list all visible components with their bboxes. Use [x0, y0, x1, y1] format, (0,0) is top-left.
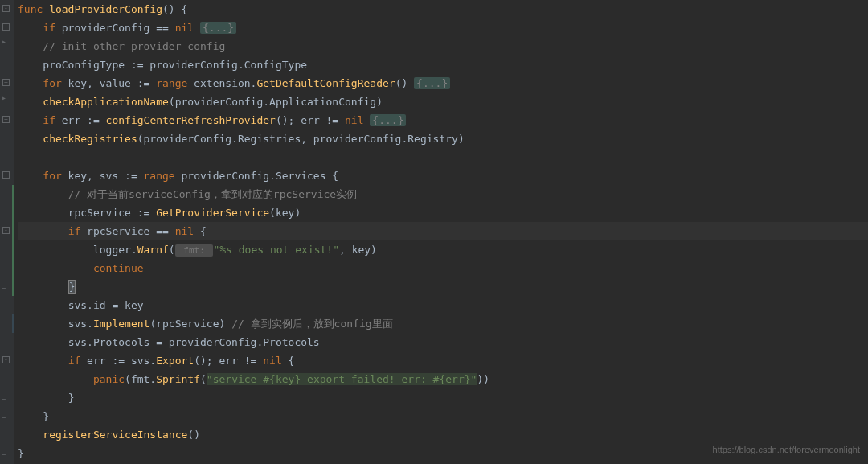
bookmark-icon[interactable]: ▸ [2, 88, 11, 98]
code-line: for key, value := range extension.GetDef… [18, 74, 868, 92]
code-line: func loadProviderConfig() { [18, 0, 868, 18]
code-line: if err := configCenterRefreshProvider();… [18, 111, 868, 129]
code-editor: - + ▸ + ▸ + - - ⌐ - ⌐ ⌐ ⌐ func loadProvi… [0, 0, 868, 464]
code-line: checkRegistries(providerConfig.Registrie… [18, 129, 868, 148]
param-hint: fmt: [175, 244, 214, 257]
folded-region[interactable]: {...} [200, 22, 236, 34]
code-line: proConfigType := providerConfig.ConfigTy… [18, 55, 868, 74]
fold-marker[interactable]: - [2, 5, 10, 12]
code-line: rpcService := GetProviderService(key) [18, 203, 868, 222]
code-line-current: if rpcService == nil { [18, 222, 868, 240]
code-line: } [18, 388, 868, 407]
fold-end-icon[interactable]: ⌐ [2, 446, 11, 456]
code-line: if providerConfig == nil {...} [18, 18, 868, 37]
code-line: continue [18, 259, 868, 277]
fold-marker[interactable]: + [2, 23, 10, 31]
fold-marker[interactable]: - [2, 356, 10, 363]
code-line: } [18, 407, 868, 425]
code-line: checkApplicationName(providerConfig.Appl… [18, 92, 868, 111]
fold-marker[interactable]: + [2, 116, 10, 123]
code-line: svs.Implement(rpcService) // 拿到实例后，放到con… [18, 314, 868, 333]
code-line: for key, svs := range providerConfig.Ser… [18, 166, 868, 185]
code-line: svs.Protocols = providerConfig.Protocols [18, 333, 868, 351]
fold-end-icon[interactable]: ⌐ [2, 280, 11, 289]
code-line: svs.id = key [18, 296, 868, 314]
fold-marker[interactable]: + [2, 79, 10, 86]
folded-region[interactable]: {...} [414, 77, 450, 89]
fold-marker[interactable]: - [2, 171, 10, 179]
code-line: panic(fmt.Sprintf("service #{key} export… [18, 370, 868, 388]
code-line: logger.Warnf( fmt: "%s does not exist!",… [18, 240, 868, 259]
code-line: // 对于当前serviceConfig，拿到对应的rpcService实例 [18, 185, 868, 203]
code-line: // init other provider config [18, 37, 868, 55]
code-line [18, 148, 868, 166]
fold-end-icon[interactable]: ⌐ [2, 409, 11, 419]
code-area[interactable]: func loadProviderConfig() { if providerC… [14, 0, 868, 464]
folded-region[interactable]: {...} [370, 114, 406, 126]
fold-marker[interactable]: - [2, 227, 10, 234]
code-line: if err := svs.Export(); err != nil { [18, 351, 868, 370]
fold-end-icon[interactable]: ⌐ [2, 391, 11, 400]
watermark: https://blog.csdn.net/forevermoonlight [713, 441, 860, 459]
bookmark-icon[interactable]: ▸ [2, 32, 11, 42]
code-line: } [18, 277, 868, 296]
